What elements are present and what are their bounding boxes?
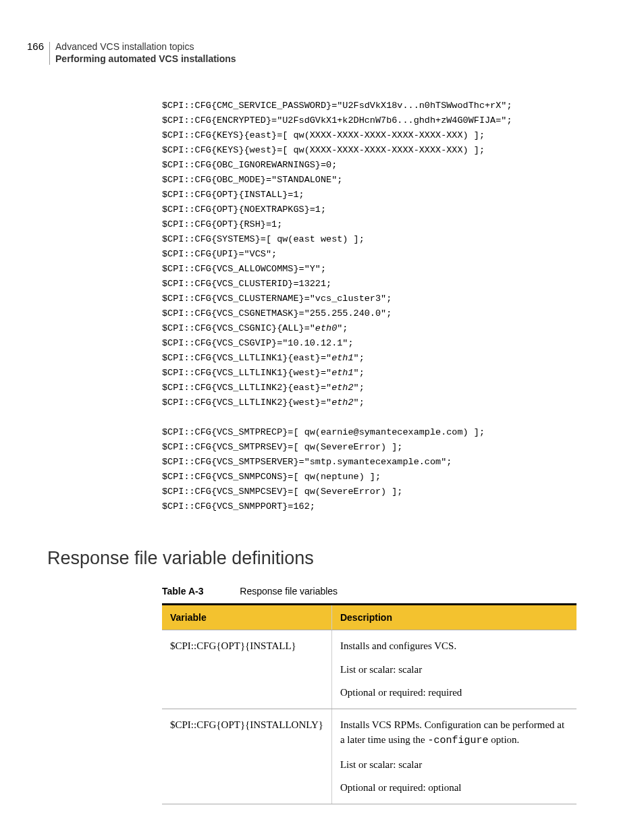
table-label: Table A-3	[162, 586, 203, 597]
header-chapter: Advanced VCS installation topics	[55, 40, 236, 53]
code-line: $CPI::CFG{OBC_MODE}="STANDALONE";	[162, 173, 644, 188]
code-line: $CPI::CFG{VCS_SNMPPORT}=162;	[162, 499, 644, 514]
code-line: $CPI::CFG{VCS_LLTLINK1}{west}="eth1";	[162, 366, 644, 381]
code-line: $CPI::CFG{VCS_CLUSTERNAME}="vcs_cluster3…	[162, 292, 644, 306]
code-line: $CPI::CFG{OBC_IGNOREWARNINGS}=0;	[162, 158, 644, 173]
description-cell: Installs VCS RPMs. Configuration can be …	[331, 709, 576, 804]
desc-line: List or scalar: scalar	[340, 757, 568, 773]
code-line: $CPI::CFG{VCS_CSGNETMASK}="255.255.240.0…	[162, 306, 644, 321]
variable-cell: $CPI::CFG{OPT}{INSTALLONLY}	[162, 709, 331, 804]
table-caption-text: Response file variables	[240, 586, 338, 597]
header-section: Performing automated VCS installations	[55, 53, 236, 65]
desc-line: Optional or required: optional	[340, 780, 568, 796]
code-line: $CPI::CFG{KEYS}{east}=[ qw(XXXX-XXXX-XXX…	[162, 128, 644, 143]
code-line: $CPI::CFG{OPT}{NOEXTRAPKGS}=1;	[162, 202, 644, 217]
code-line: $CPI::CFG{CMC_SERVICE_PASSWORD}="U2FsdVk…	[162, 99, 644, 113]
table-header-variable: Variable	[162, 605, 331, 630]
desc-line: Installs and configures VCS.	[340, 638, 568, 654]
code-line: $CPI::CFG{ENCRYPTED}="U2FsdGVkX1+k2DHcnW…	[162, 113, 644, 128]
code-line: $CPI::CFG{VCS_SNMPCONS}=[ qw(neptune) ];	[162, 470, 644, 485]
code-line: $CPI::CFG{VCS_CSGNIC}{ALL}="eth0";	[162, 321, 644, 336]
desc-line: Installs VCS RPMs. Configuration can be …	[340, 717, 568, 749]
code-line: $CPI::CFG{SYSTEMS}=[ qw(east west) ];	[162, 232, 644, 247]
description-cell: Installs and configures VCS. List or sca…	[331, 630, 576, 709]
section-heading: Response file variable definitions	[47, 548, 644, 569]
desc-line: List or scalar: scalar	[340, 662, 568, 678]
page-number: 166	[27, 40, 49, 52]
code-line: $CPI::CFG{VCS_SNMPCSEV}=[ qw(SevereError…	[162, 485, 644, 499]
response-variables-table: Variable Description $CPI::CFG{OPT}{INST…	[162, 603, 576, 804]
code-line: $CPI::CFG{VCS_SMTPRSEV}=[ qw(SevereError…	[162, 440, 644, 455]
table-row: $CPI::CFG{OPT}{INSTALLONLY} Installs VCS…	[162, 709, 576, 804]
table-caption: Table A-3 Response file variables	[162, 586, 644, 597]
code-line: $CPI::CFG{VCS_ALLOWCOMMS}="Y";	[162, 262, 644, 277]
code-line	[162, 410, 644, 425]
page-header: 166 Advanced VCS installation topics Per…	[0, 0, 644, 65]
code-line: $CPI::CFG{OPT}{RSH}=1;	[162, 217, 644, 232]
table-row: $CPI::CFG{OPT}{INSTALL} Installs and con…	[162, 630, 576, 709]
code-line: $CPI::CFG{UPI}="VCS";	[162, 247, 644, 262]
table-header-description: Description	[331, 605, 576, 630]
header-divider	[49, 42, 50, 65]
code-line: $CPI::CFG{VCS_LLTLINK2}{west}="eth2";	[162, 395, 644, 410]
code-line: $CPI::CFG{VCS_CSGVIP}="10.10.12.1";	[162, 336, 644, 351]
code-line: $CPI::CFG{VCS_LLTLINK2}{east}="eth2";	[162, 381, 644, 395]
code-line: $CPI::CFG{VCS_SMTPSERVER}="smtp.symantec…	[162, 455, 644, 470]
code-line: $CPI::CFG{OPT}{INSTALL}=1;	[162, 188, 644, 202]
header-titles: Advanced VCS installation topics Perform…	[55, 40, 236, 65]
code-line: $CPI::CFG{KEYS}{west}=[ qw(XXXX-XXXX-XXX…	[162, 143, 644, 158]
desc-line: Optional or required: required	[340, 685, 568, 700]
code-line: $CPI::CFG{VCS_LLTLINK1}{east}="eth1";	[162, 351, 644, 366]
code-block: $CPI::CFG{CMC_SERVICE_PASSWORD}="U2FsdVk…	[162, 99, 644, 514]
code-line: $CPI::CFG{VCS_CLUSTERID}=13221;	[162, 277, 644, 292]
variable-cell: $CPI::CFG{OPT}{INSTALL}	[162, 630, 331, 709]
code-line: $CPI::CFG{VCS_SMTPRECP}=[ qw(earnie@syma…	[162, 425, 644, 440]
